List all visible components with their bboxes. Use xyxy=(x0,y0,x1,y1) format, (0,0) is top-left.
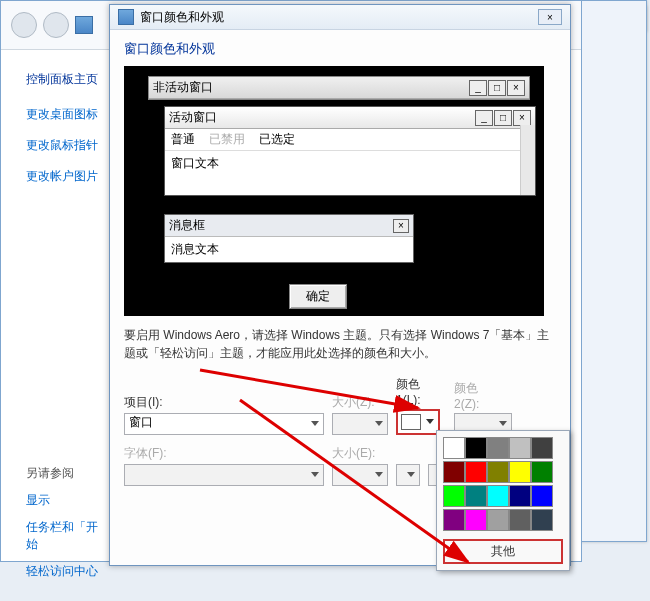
palette-color[interactable] xyxy=(465,509,487,531)
sidebar-mouse-pointers[interactable]: 更改鼠标指针 xyxy=(26,137,106,154)
msgbox-text: 消息文本 xyxy=(165,237,413,262)
palette-color[interactable] xyxy=(531,509,553,531)
palette-color[interactable] xyxy=(509,509,531,531)
aux-window-2 xyxy=(575,0,647,542)
color1-label: 颜色 1(L): xyxy=(396,376,446,407)
font-select xyxy=(124,464,324,486)
palette-color[interactable] xyxy=(487,437,509,459)
sidebar-desktop-icons[interactable]: 更改桌面图标 xyxy=(26,106,106,123)
see-also-display[interactable]: 显示 xyxy=(26,492,106,509)
see-also-ease[interactable]: 轻松访问中心 xyxy=(26,563,106,580)
dialog-title-text: 窗口颜色和外观 xyxy=(140,9,224,26)
sidebar-account-picture[interactable]: 更改帐户图片 xyxy=(26,168,106,185)
preview-inactive-window: 非活动窗口 _ □ × xyxy=(148,76,530,100)
section-heading: 窗口颜色和外观 xyxy=(124,40,556,58)
menu-selected: 已选定 xyxy=(259,131,295,148)
sidebar-home[interactable]: 控制面板主页 xyxy=(26,71,106,88)
size-label: 大小(Z): xyxy=(332,394,388,411)
see-also-taskbar[interactable]: 任务栏和「开始 xyxy=(26,519,106,553)
preview-messagebox: 消息框 × 消息文本 xyxy=(164,214,414,263)
preview-area: 非活动窗口 _ □ × 活动窗口 _ □ × xyxy=(124,66,544,316)
size-select xyxy=(332,413,388,435)
palette-color[interactable] xyxy=(487,461,509,483)
color2-label: 颜色 2(Z): xyxy=(454,380,504,411)
preview-ok-button: 确定 xyxy=(289,284,347,309)
palette-color[interactable] xyxy=(509,461,531,483)
palette-color[interactable] xyxy=(443,485,465,507)
palette-color[interactable] xyxy=(487,509,509,531)
palette-color[interactable] xyxy=(487,485,509,507)
active-window-title: 活动窗口 xyxy=(169,109,217,126)
maximize-icon: □ xyxy=(488,80,506,96)
dialog-icon xyxy=(118,9,134,25)
palette-color[interactable] xyxy=(531,461,553,483)
bold-button xyxy=(396,464,420,486)
close-icon: × xyxy=(513,110,531,126)
menu-normal: 普通 xyxy=(171,131,195,148)
maximize-icon: □ xyxy=(494,110,512,126)
msgbox-title-text: 消息框 xyxy=(169,217,205,234)
palette-color[interactable] xyxy=(443,461,465,483)
fontsize-label: 大小(E): xyxy=(332,445,388,462)
back-button[interactable] xyxy=(11,12,37,38)
palette-color[interactable] xyxy=(465,437,487,459)
item-select[interactable]: 窗口 xyxy=(124,413,324,435)
palette-other-button[interactable]: 其他 xyxy=(443,539,563,564)
preview-menubar: 普通 已禁用 已选定 xyxy=(165,129,535,151)
palette-color[interactable] xyxy=(465,461,487,483)
fontsize-select xyxy=(332,464,388,486)
minimize-icon: _ xyxy=(469,80,487,96)
preview-scrollbar xyxy=(520,125,535,195)
palette-color[interactable] xyxy=(443,509,465,531)
color1-button[interactable] xyxy=(396,409,440,435)
item-label: 项目(I): xyxy=(124,394,324,411)
palette-color[interactable] xyxy=(509,437,531,459)
menu-disabled: 已禁用 xyxy=(209,131,245,148)
preview-window-text: 窗口文本 xyxy=(165,151,535,195)
close-icon: × xyxy=(507,80,525,96)
info-text: 要启用 Windows Aero，请选择 Windows 主题。只有选择 Win… xyxy=(124,326,556,362)
palette-color[interactable] xyxy=(465,485,487,507)
control-panel-icon xyxy=(75,16,93,34)
see-also-label: 另请参阅 xyxy=(26,465,106,482)
dialog-close-button[interactable]: × xyxy=(538,9,562,25)
palette-color[interactable] xyxy=(531,437,553,459)
minimize-icon: _ xyxy=(475,110,493,126)
close-icon: × xyxy=(393,219,409,233)
forward-button[interactable] xyxy=(43,12,69,38)
palette-color[interactable] xyxy=(509,485,531,507)
dialog-titlebar: 窗口颜色和外观 × xyxy=(110,5,570,30)
preview-active-window: 活动窗口 _ □ × 普通 已禁用 已选定 窗口文本 xyxy=(164,106,536,196)
inactive-window-title: 非活动窗口 xyxy=(153,79,213,96)
palette-color[interactable] xyxy=(531,485,553,507)
color-palette-popup: 其他 xyxy=(436,430,570,571)
font-label: 字体(F): xyxy=(124,445,324,462)
palette-color[interactable] xyxy=(443,437,465,459)
sidebar-nav: 控制面板主页 更改桌面图标 更改鼠标指针 更改帐户图片 另请参阅 显示 任务栏和… xyxy=(26,71,106,580)
